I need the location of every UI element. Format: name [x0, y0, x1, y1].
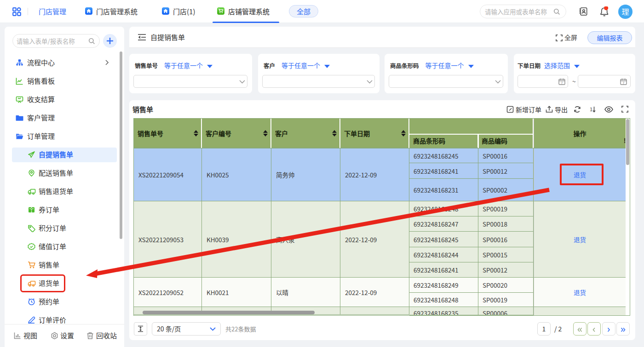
svg-text:1: 1	[590, 106, 592, 113]
svg-text:7: 7	[623, 80, 625, 85]
svg-text:7: 7	[561, 80, 563, 85]
